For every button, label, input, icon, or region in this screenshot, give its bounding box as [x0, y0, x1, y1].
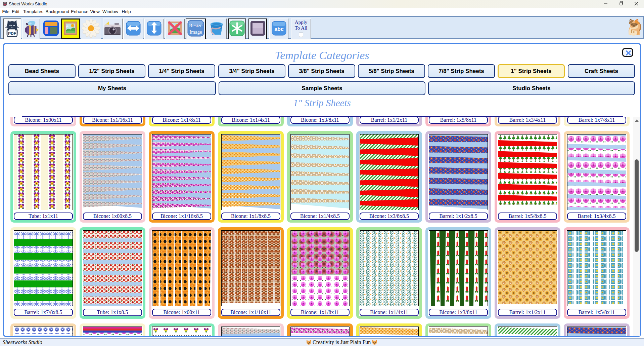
svg-text:abc: abc: [274, 26, 284, 32]
svg-text:PDF: PDF: [8, 31, 16, 36]
svg-text:Image: Image: [189, 29, 202, 35]
svg-text:Resize: Resize: [189, 23, 202, 28]
